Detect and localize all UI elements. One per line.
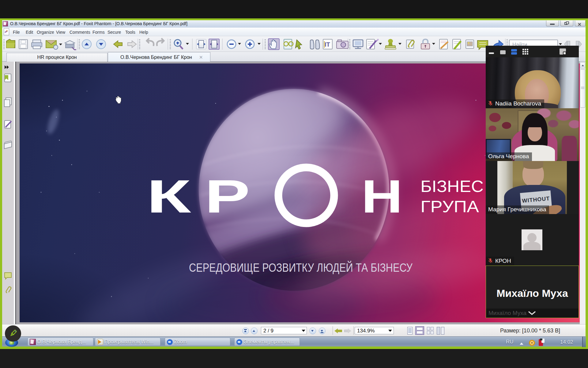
svg-text:БІЗНЕС: БІЗНЕС [420, 177, 484, 195]
svg-text:Н: Н [361, 170, 403, 222]
svg-text:ГРУПА: ГРУПА [420, 197, 479, 216]
svg-text:К: К [147, 170, 191, 222]
svg-text:Р: Р [205, 170, 250, 222]
svg-text:IT: IT [325, 41, 330, 48]
svg-text:СЕРЕДОВИЩЕ РОЗВИТКУ ЛЮДЕЙ ТА Б: СЕРЕДОВИЩЕ РОЗВИТКУ ЛЮДЕЙ ТА БІЗНЕСУ [189, 261, 413, 274]
